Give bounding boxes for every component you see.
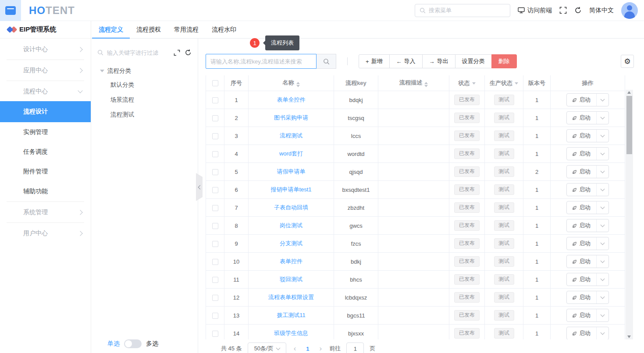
process-name-link[interactable]: 报销申请单test1 [249, 181, 334, 199]
sidebar-item-系统管理[interactable]: 系统管理 [0, 202, 91, 222]
start-button[interactable]: 启动 [567, 184, 596, 196]
menu-search-input[interactable] [429, 7, 505, 14]
start-button[interactable]: 启动 [567, 237, 596, 250]
row-checkbox[interactable] [212, 151, 218, 157]
tree-filter-input[interactable] [107, 49, 170, 56]
sidebar-item-应用中心[interactable]: 应用中心 [0, 60, 91, 80]
row-checkbox[interactable] [212, 331, 218, 337]
table-scrollbar[interactable] [626, 90, 633, 339]
multi-select-label[interactable]: 多选 [146, 340, 158, 348]
column-settings-button[interactable]: ⚙ [621, 55, 634, 68]
start-button[interactable]: 启动 [567, 166, 596, 178]
process-name-link[interactable]: 图书采购申请 [249, 109, 334, 127]
row-checkbox[interactable] [212, 115, 218, 121]
process-name-link[interactable]: 流程测试 [249, 127, 334, 145]
filter-caret-icon[interactable] [472, 82, 476, 85]
menu-search-box[interactable] [415, 4, 510, 17]
goto-page-input[interactable] [346, 342, 364, 353]
tree-node-root[interactable]: 流程分类 [91, 64, 198, 78]
新增-button[interactable]: +新增 [359, 54, 390, 68]
start-button[interactable]: 启动 [567, 255, 596, 268]
start-dropdown-toggle[interactable] [596, 273, 608, 286]
tree-node-默认分类[interactable]: 默认分类 [91, 78, 198, 92]
process-name-link[interactable]: 分支测试 [249, 235, 334, 253]
sidebar-item-流程设计[interactable]: 流程设计 [0, 101, 91, 122]
start-dropdown-toggle[interactable] [596, 184, 608, 196]
tab-常用流程[interactable]: 常用流程 [167, 21, 205, 38]
refresh-icon[interactable] [574, 7, 582, 14]
process-name-link[interactable]: word套打 [249, 145, 334, 163]
scroll-down-icon[interactable] [627, 335, 631, 338]
tree-node-场景流程[interactable]: 场景流程 [91, 92, 198, 107]
fullscreen-icon[interactable] [559, 7, 567, 14]
process-name-link[interactable]: 表单控件 [249, 253, 334, 271]
start-dropdown-toggle[interactable] [596, 148, 608, 160]
process-name-link[interactable]: 岗位测试 [249, 217, 334, 235]
sidebar-item-用户中心[interactable]: 用户中心 [0, 223, 91, 243]
设置分类-button[interactable]: 设置分类 [455, 54, 492, 68]
start-dropdown-toggle[interactable] [596, 237, 608, 250]
row-checkbox[interactable] [212, 97, 218, 103]
sidebar-item-流程中心[interactable]: 流程中心 [0, 81, 91, 101]
single-select-label[interactable]: 单选 [107, 340, 120, 348]
page-size-select[interactable]: 50条/页 [248, 342, 286, 353]
start-dropdown-toggle[interactable] [596, 291, 608, 304]
start-button[interactable]: 启动 [567, 219, 596, 232]
start-button[interactable]: 启动 [567, 112, 596, 124]
start-dropdown-toggle[interactable] [596, 327, 608, 339]
sidebar-item-任务调度[interactable]: 任务调度 [0, 142, 91, 162]
start-dropdown-toggle[interactable] [596, 166, 608, 178]
row-checkbox[interactable] [212, 295, 218, 301]
start-dropdown-toggle[interactable] [596, 112, 608, 124]
tree-node-流程测试[interactable]: 流程测试 [91, 107, 198, 122]
row-checkbox[interactable] [212, 169, 218, 175]
process-name-link[interactable]: 子表自动回填 [249, 199, 334, 217]
process-name-link[interactable]: 表单全控件 [249, 91, 334, 109]
avatar[interactable] [621, 2, 638, 19]
sort-icon[interactable] [424, 82, 428, 87]
start-dropdown-toggle[interactable] [596, 201, 608, 214]
row-checkbox[interactable] [212, 223, 218, 229]
start-dropdown-toggle[interactable] [596, 309, 608, 321]
filter-caret-icon[interactable] [515, 82, 518, 85]
sort-icon[interactable] [296, 82, 300, 87]
sidebar-item-实例管理[interactable]: 实例管理 [0, 122, 91, 142]
sidebar-collapse-button[interactable] [0, 0, 21, 21]
start-dropdown-toggle[interactable] [596, 255, 608, 268]
process-name-link[interactable]: 请假申请单 [249, 163, 334, 181]
scroll-up-icon[interactable] [627, 91, 631, 94]
row-checkbox[interactable] [212, 259, 218, 265]
start-button[interactable]: 启动 [567, 94, 596, 106]
process-search-input[interactable] [206, 54, 317, 69]
start-button[interactable]: 启动 [567, 327, 596, 339]
start-button[interactable]: 启动 [567, 309, 596, 321]
row-checkbox[interactable] [212, 205, 218, 211]
导出-button[interactable]: →导出 [422, 54, 455, 68]
panel-collapse-handle[interactable] [196, 173, 203, 201]
tab-流程授权[interactable]: 流程授权 [130, 21, 167, 38]
prev-page-button[interactable]: ‹ [292, 344, 298, 353]
process-name-link[interactable]: 流程表单权限设置 [249, 289, 334, 307]
删除-button[interactable]: 删除 [491, 54, 517, 68]
start-dropdown-toggle[interactable] [596, 130, 608, 142]
start-button[interactable]: 启动 [567, 201, 596, 214]
row-checkbox[interactable] [212, 313, 218, 319]
row-checkbox[interactable] [212, 133, 218, 139]
process-name-link[interactable]: 班级学生信息 [249, 325, 334, 339]
select-all-checkbox[interactable] [212, 80, 218, 86]
visit-frontend-button[interactable]: 访问前端 [518, 7, 552, 14]
start-dropdown-toggle[interactable] [596, 94, 608, 106]
sidebar-item-设计中心[interactable]: 设计中心 [0, 39, 91, 59]
current-page[interactable]: 1 [303, 346, 312, 352]
sidebar-item-辅助功能[interactable]: 辅助功能 [0, 181, 91, 201]
sidebar-item-附件管理[interactable]: 附件管理 [0, 162, 91, 181]
row-checkbox[interactable] [212, 241, 218, 247]
scrollbar-thumb[interactable] [626, 96, 632, 154]
start-button[interactable]: 启动 [567, 273, 596, 286]
select-mode-switch[interactable] [124, 339, 142, 348]
language-switcher[interactable]: 简体中文 [589, 7, 614, 14]
tab-流程水印[interactable]: 流程水印 [205, 21, 243, 38]
tree-refresh-icon[interactable] [185, 49, 192, 56]
start-button[interactable]: 启动 [567, 291, 596, 304]
row-checkbox[interactable] [212, 187, 218, 193]
